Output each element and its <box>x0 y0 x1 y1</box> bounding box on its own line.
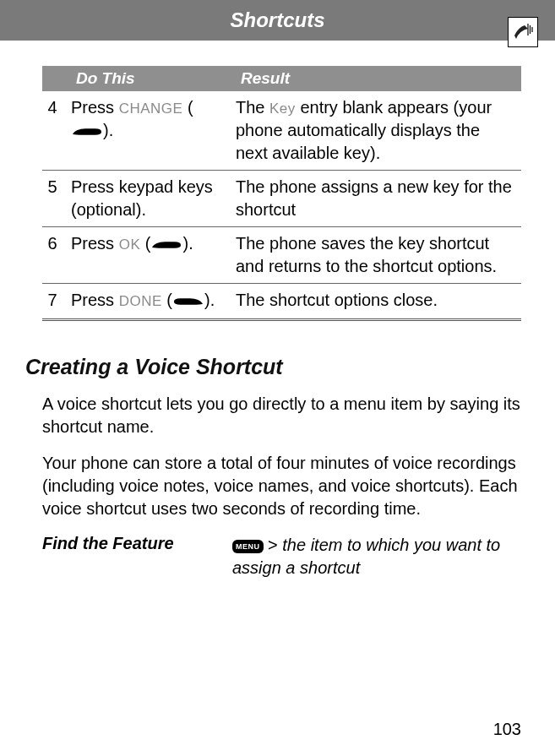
find-value: MENU > the item to which you want to ass… <box>232 534 521 579</box>
page-title: Shortcuts <box>230 8 324 31</box>
voice-feature-icon <box>508 17 538 47</box>
table-row: 4Press CHANGE ().The Key entry blank app… <box>42 91 521 171</box>
col-do: Do This <box>68 66 232 91</box>
softkey-icon <box>71 121 103 139</box>
find-label: Find the Feature <box>42 534 232 579</box>
result-cell: The shortcut options close. <box>232 284 521 318</box>
result-cell: The phone saves the key shortcut and ret… <box>232 227 521 284</box>
table-rule <box>42 318 521 321</box>
do-cell: Press keypad keys (optional). <box>68 171 232 227</box>
para-1: A voice shortcut lets you go directly to… <box>42 393 521 438</box>
result-cell: The Key entry blank appears (your phone … <box>232 91 521 171</box>
table-row: 7Press DONE ().The shortcut options clos… <box>42 284 521 318</box>
menu-key-icon: MENU <box>232 540 264 553</box>
col-result: Result <box>232 66 521 91</box>
softkey-label: DONE <box>119 293 162 309</box>
page-header: Shortcuts <box>0 0 555 41</box>
table-header-row: Do This Result <box>42 66 521 91</box>
page-content: Do This Result 4Press CHANGE ().The Key … <box>0 41 555 579</box>
do-cell: Press DONE (). <box>68 284 232 318</box>
step-number: 7 <box>42 284 68 318</box>
softkey-icon <box>172 291 204 309</box>
softkey-icon <box>150 234 182 253</box>
step-number: 5 <box>42 171 68 227</box>
para-2: Your phone can store a total of four min… <box>42 452 521 520</box>
step-number: 6 <box>42 227 68 284</box>
softkey-label: CHANGE <box>119 101 183 117</box>
table-row: 5Press keypad keys (optional).The phone … <box>42 171 521 227</box>
softkey-label: OK <box>119 237 141 253</box>
table-row: 6Press OK ().The phone saves the key sho… <box>42 227 521 284</box>
find-feature: Find the Feature MENU > the item to whic… <box>42 534 521 579</box>
key-label: Key <box>269 101 296 117</box>
do-cell: Press OK (). <box>68 227 232 284</box>
page-number: 103 <box>493 720 521 739</box>
find-gt: > <box>268 536 278 554</box>
section-heading: Creating a Voice Shortcut <box>25 355 521 379</box>
step-number: 4 <box>42 91 68 171</box>
result-cell: The phone assigns a new key for the shor… <box>232 171 521 227</box>
do-cell: Press CHANGE (). <box>68 91 232 171</box>
col-blank <box>42 66 68 91</box>
instruction-table: Do This Result 4Press CHANGE ().The Key … <box>42 66 521 317</box>
